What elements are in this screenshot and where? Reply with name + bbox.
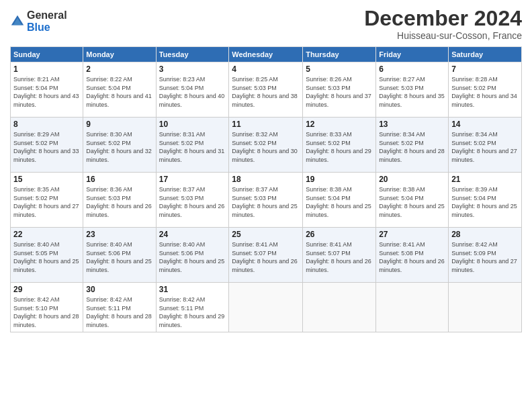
day-number: 9 xyxy=(86,120,152,129)
calendar-week-row: 1Sunrise: 8:21 AMSunset: 5:04 PMDaylight… xyxy=(11,62,522,118)
table-row: 4Sunrise: 8:25 AMSunset: 5:03 PMDaylight… xyxy=(229,62,303,118)
day-info: Sunrise: 8:32 AMSunset: 5:02 PMDaylight:… xyxy=(232,130,300,164)
table-row: 23Sunrise: 8:40 AMSunset: 5:06 PMDayligh… xyxy=(83,228,156,283)
calendar-week-row: 8Sunrise: 8:29 AMSunset: 5:02 PMDaylight… xyxy=(11,118,522,173)
calendar-page: General Blue December 2024 Huisseau-sur-… xyxy=(0,0,532,411)
day-info: Sunrise: 8:40 AMSunset: 5:05 PMDaylight:… xyxy=(13,240,80,274)
day-number: 18 xyxy=(232,175,300,184)
day-number: 28 xyxy=(451,230,519,239)
day-number: 29 xyxy=(13,285,80,294)
day-number: 20 xyxy=(379,175,445,184)
day-number: 2 xyxy=(86,64,152,74)
col-sunday: Sunday xyxy=(11,47,83,62)
day-number: 13 xyxy=(379,120,445,129)
day-number: 5 xyxy=(306,64,373,74)
logo: General Blue xyxy=(10,9,67,33)
day-info: Sunrise: 8:42 AMSunset: 5:10 PMDaylight:… xyxy=(13,295,80,329)
day-number: 17 xyxy=(159,175,226,184)
day-info: Sunrise: 8:42 AMSunset: 5:11 PMDaylight:… xyxy=(86,295,152,329)
table-row: 11Sunrise: 8:32 AMSunset: 5:02 PMDayligh… xyxy=(229,118,303,173)
table-row: 8Sunrise: 8:29 AMSunset: 5:02 PMDaylight… xyxy=(11,118,83,173)
day-info: Sunrise: 8:21 AMSunset: 5:04 PMDaylight:… xyxy=(13,75,80,109)
day-info: Sunrise: 8:41 AMSunset: 5:08 PMDaylight:… xyxy=(379,240,445,274)
day-number: 11 xyxy=(232,120,300,129)
table-row: 9Sunrise: 8:30 AMSunset: 5:02 PMDaylight… xyxy=(83,118,156,173)
table-row: 31Sunrise: 8:42 AMSunset: 5:11 PMDayligh… xyxy=(156,283,229,332)
day-info: Sunrise: 8:22 AMSunset: 5:04 PMDaylight:… xyxy=(86,75,152,109)
day-number: 10 xyxy=(159,120,226,129)
day-number: 1 xyxy=(13,64,80,74)
table-row: 26Sunrise: 8:41 AMSunset: 5:07 PMDayligh… xyxy=(303,228,376,283)
table-row: 3Sunrise: 8:23 AMSunset: 5:04 PMDaylight… xyxy=(156,62,229,118)
table-row: 12Sunrise: 8:33 AMSunset: 5:02 PMDayligh… xyxy=(303,118,376,173)
day-number: 31 xyxy=(159,285,226,294)
calendar-header-row: Sunday Monday Tuesday Wednesday Thursday… xyxy=(11,47,522,62)
day-number: 6 xyxy=(379,64,445,74)
table-row: 13Sunrise: 8:34 AMSunset: 5:02 PMDayligh… xyxy=(376,118,449,173)
col-thursday: Thursday xyxy=(303,47,376,62)
day-number: 14 xyxy=(451,120,519,129)
day-number: 21 xyxy=(451,175,519,184)
table-row: 2Sunrise: 8:22 AMSunset: 5:04 PMDaylight… xyxy=(83,62,156,118)
day-info: Sunrise: 8:36 AMSunset: 5:03 PMDaylight:… xyxy=(86,185,152,219)
day-info: Sunrise: 8:37 AMSunset: 5:03 PMDaylight:… xyxy=(232,185,300,219)
day-number: 4 xyxy=(232,64,300,74)
day-info: Sunrise: 8:34 AMSunset: 5:02 PMDaylight:… xyxy=(451,130,519,164)
day-info: Sunrise: 8:38 AMSunset: 5:04 PMDaylight:… xyxy=(379,185,445,219)
table-row: 5Sunrise: 8:26 AMSunset: 5:03 PMDaylight… xyxy=(303,62,376,118)
day-info: Sunrise: 8:23 AMSunset: 5:04 PMDaylight:… xyxy=(159,75,226,109)
table-row xyxy=(229,283,303,332)
table-row: 24Sunrise: 8:40 AMSunset: 5:06 PMDayligh… xyxy=(156,228,229,283)
table-row: 6Sunrise: 8:27 AMSunset: 5:03 PMDaylight… xyxy=(376,62,449,118)
table-row: 21Sunrise: 8:39 AMSunset: 5:04 PMDayligh… xyxy=(449,173,522,228)
day-info: Sunrise: 8:41 AMSunset: 5:07 PMDaylight:… xyxy=(306,240,373,274)
day-number: 23 xyxy=(86,230,152,239)
table-row: 19Sunrise: 8:38 AMSunset: 5:04 PMDayligh… xyxy=(303,173,376,228)
calendar-week-row: 15Sunrise: 8:35 AMSunset: 5:02 PMDayligh… xyxy=(11,173,522,228)
table-row: 10Sunrise: 8:31 AMSunset: 5:02 PMDayligh… xyxy=(156,118,229,173)
day-info: Sunrise: 8:28 AMSunset: 5:02 PMDaylight:… xyxy=(451,75,519,109)
col-saturday: Saturday xyxy=(449,47,522,62)
day-info: Sunrise: 8:31 AMSunset: 5:02 PMDaylight:… xyxy=(159,130,226,164)
day-info: Sunrise: 8:42 AMSunset: 5:11 PMDaylight:… xyxy=(159,295,226,329)
day-number: 16 xyxy=(86,175,152,184)
day-info: Sunrise: 8:25 AMSunset: 5:03 PMDaylight:… xyxy=(232,75,300,109)
day-number: 30 xyxy=(86,285,152,294)
col-wednesday: Wednesday xyxy=(229,47,303,62)
table-row: 15Sunrise: 8:35 AMSunset: 5:02 PMDayligh… xyxy=(11,173,83,228)
table-row: 20Sunrise: 8:38 AMSunset: 5:04 PMDayligh… xyxy=(376,173,449,228)
table-row: 22Sunrise: 8:40 AMSunset: 5:05 PMDayligh… xyxy=(11,228,83,283)
day-info: Sunrise: 8:29 AMSunset: 5:02 PMDaylight:… xyxy=(13,130,80,164)
table-row xyxy=(376,283,449,332)
day-number: 15 xyxy=(13,175,80,184)
day-info: Sunrise: 8:42 AMSunset: 5:09 PMDaylight:… xyxy=(451,240,519,274)
calendar-week-row: 22Sunrise: 8:40 AMSunset: 5:05 PMDayligh… xyxy=(11,228,522,283)
day-number: 25 xyxy=(232,230,300,239)
col-tuesday: Tuesday xyxy=(156,47,229,62)
day-number: 8 xyxy=(13,120,80,129)
day-info: Sunrise: 8:40 AMSunset: 5:06 PMDaylight:… xyxy=(86,240,152,274)
table-row: 17Sunrise: 8:37 AMSunset: 5:03 PMDayligh… xyxy=(156,173,229,228)
col-friday: Friday xyxy=(376,47,449,62)
day-info: Sunrise: 8:27 AMSunset: 5:03 PMDaylight:… xyxy=(379,75,445,109)
logo-general: General xyxy=(27,9,67,21)
table-row: 18Sunrise: 8:37 AMSunset: 5:03 PMDayligh… xyxy=(229,173,303,228)
day-number: 12 xyxy=(306,120,373,129)
table-row: 28Sunrise: 8:42 AMSunset: 5:09 PMDayligh… xyxy=(449,228,522,283)
table-row: 25Sunrise: 8:41 AMSunset: 5:07 PMDayligh… xyxy=(229,228,303,283)
table-row: 30Sunrise: 8:42 AMSunset: 5:11 PMDayligh… xyxy=(83,283,156,332)
day-number: 3 xyxy=(159,64,226,74)
logo-icon xyxy=(10,14,25,29)
table-row xyxy=(303,283,376,332)
table-row xyxy=(449,283,522,332)
table-row: 14Sunrise: 8:34 AMSunset: 5:02 PMDayligh… xyxy=(449,118,522,173)
month-title: December 2024 xyxy=(364,7,522,30)
title-block: December 2024 Huisseau-sur-Cosson, Franc… xyxy=(364,7,522,41)
calendar-week-row: 29Sunrise: 8:42 AMSunset: 5:10 PMDayligh… xyxy=(11,283,522,332)
day-number: 27 xyxy=(379,230,445,239)
day-info: Sunrise: 8:39 AMSunset: 5:04 PMDaylight:… xyxy=(451,185,519,219)
day-info: Sunrise: 8:34 AMSunset: 5:02 PMDaylight:… xyxy=(379,130,445,164)
day-number: 22 xyxy=(13,230,80,239)
logo-text: General Blue xyxy=(27,9,67,33)
day-info: Sunrise: 8:38 AMSunset: 5:04 PMDaylight:… xyxy=(306,185,373,219)
